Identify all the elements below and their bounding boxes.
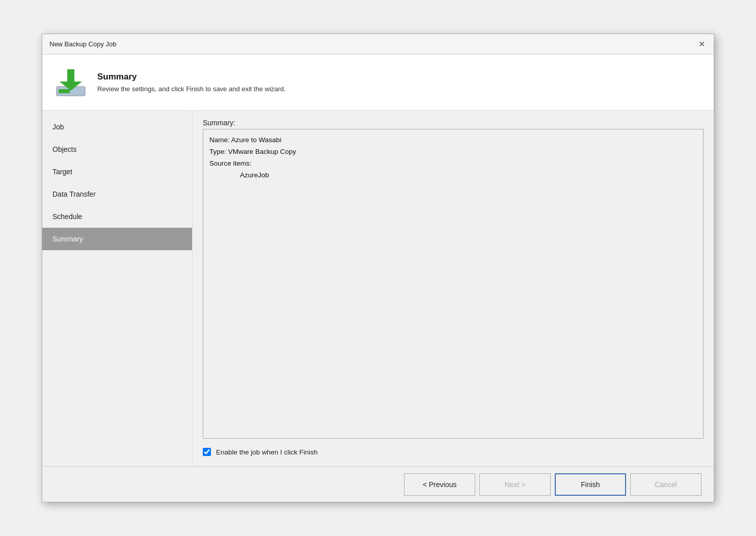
sidebar: JobObjectsTargetData TransferScheduleSum…: [42, 111, 193, 466]
finish-button[interactable]: Finish: [555, 473, 626, 496]
close-button[interactable]: ✕: [696, 39, 707, 49]
summary-box: Name: Azure to WasabiType: VMware Backup…: [203, 129, 704, 439]
header-title: Summary: [97, 72, 286, 82]
summary-label: Summary:: [203, 119, 704, 127]
sidebar-item-schedule[interactable]: Schedule: [42, 205, 192, 228]
sidebar-item-data-transfer[interactable]: Data Transfer: [42, 183, 192, 205]
header-section: Summary Review the settings, and click F…: [42, 55, 714, 111]
enable-job-checkbox[interactable]: [203, 448, 211, 456]
previous-button[interactable]: < Previous: [404, 473, 475, 496]
cancel-button[interactable]: Cancel: [630, 473, 701, 496]
dialog-window: New Backup Copy Job ✕ Summary Review the…: [42, 34, 714, 502]
header-text: Summary Review the settings, and click F…: [97, 72, 286, 93]
summary-line: Type: VMware Backup Copy: [209, 146, 697, 158]
title-bar: New Backup Copy Job ✕: [42, 34, 714, 55]
wizard-icon: [55, 66, 87, 99]
backup-icon-svg: [56, 67, 86, 98]
summary-line: Source items:: [209, 158, 697, 170]
sidebar-item-target[interactable]: Target: [42, 160, 192, 183]
next-button[interactable]: Next >: [479, 473, 551, 496]
header-subtitle: Review the settings, and click Finish to…: [97, 85, 286, 93]
enable-job-label[interactable]: Enable the job when I click Finish: [216, 448, 318, 456]
main-panel: Summary: Name: Azure to WasabiType: VMwa…: [193, 111, 714, 466]
sidebar-item-summary[interactable]: Summary: [42, 228, 192, 250]
summary-line: AzureJob: [209, 170, 697, 181]
content-area: JobObjectsTargetData TransferScheduleSum…: [42, 111, 714, 466]
footer: < Previous Next > Finish Cancel: [42, 466, 714, 502]
dialog-title: New Backup Copy Job: [49, 40, 117, 48]
svg-rect-2: [67, 69, 74, 83]
sidebar-item-job[interactable]: Job: [42, 116, 192, 138]
svg-rect-1: [59, 89, 70, 93]
summary-line: Name: Azure to Wasabi: [209, 135, 697, 146]
checkbox-area: Enable the job when I click Finish: [203, 446, 704, 458]
sidebar-item-objects[interactable]: Objects: [42, 138, 192, 160]
